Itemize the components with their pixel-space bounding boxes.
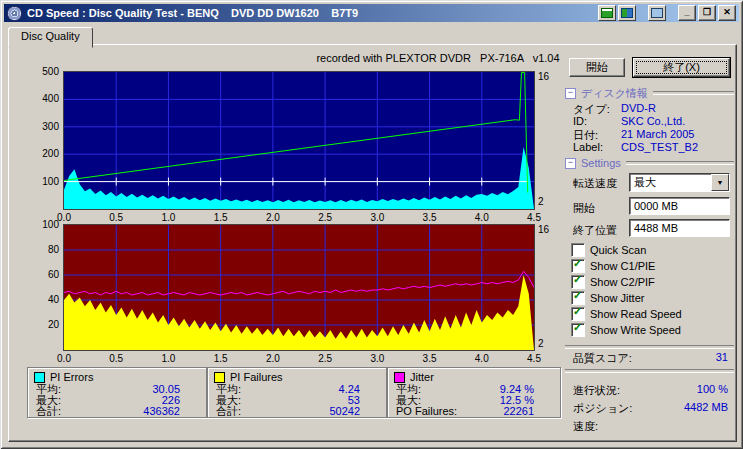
start-position-input[interactable] bbox=[629, 197, 730, 215]
check-icon: ✓ bbox=[573, 305, 582, 318]
checkbox-label: Show Jitter bbox=[590, 292, 644, 304]
quality-score-value: 31 bbox=[716, 351, 728, 363]
stat-value: 436362 bbox=[143, 406, 180, 417]
graph-icon bbox=[601, 8, 613, 18]
row-label: ID: bbox=[573, 115, 587, 127]
titlebar-graph-icon[interactable] bbox=[598, 5, 616, 21]
axis-label: 2.0 bbox=[261, 212, 285, 223]
progress-label: 進行状況: bbox=[573, 384, 620, 396]
divider bbox=[565, 369, 734, 373]
stat-title: Jitter bbox=[410, 371, 434, 383]
axis-label: 4.5 bbox=[522, 212, 546, 223]
checkbox-show-read-speed[interactable]: ✓ Show Read Speed bbox=[571, 307, 682, 321]
row-label: 日付: bbox=[573, 129, 598, 141]
pi-errors-stats: PI Errors 平均:30.05 最大:226 合計:436362 bbox=[27, 367, 207, 418]
chart-plot bbox=[63, 224, 535, 351]
end-position-input[interactable] bbox=[629, 219, 730, 237]
stat-row: PO Failures:22261 bbox=[388, 406, 560, 417]
pi-failures-legend: PI Failures bbox=[208, 368, 386, 384]
titlebar-disc-icon[interactable] bbox=[618, 5, 636, 21]
chevron-down-icon[interactable]: ▼ bbox=[711, 174, 729, 191]
stat-label: PO Failures: bbox=[396, 406, 457, 417]
minimize-icon: _ bbox=[684, 7, 689, 17]
checkbox-label: Show C1/PIE bbox=[590, 260, 655, 272]
axis-label: 3.0 bbox=[365, 212, 389, 223]
axis-label: 0.0 bbox=[52, 212, 76, 223]
checkbox-show-c2-pif[interactable]: ✓ Show C2/PIF bbox=[571, 275, 655, 289]
axis-label: 16 bbox=[538, 71, 549, 82]
jitter-legend: Jitter bbox=[388, 368, 560, 384]
speed-label: 速度: bbox=[573, 420, 598, 432]
stat-value: 22261 bbox=[503, 406, 534, 417]
disc-info-title: ディスク情報 bbox=[581, 86, 648, 101]
row-value: 21 March 2005 bbox=[621, 128, 694, 140]
collapse-icon[interactable]: − bbox=[565, 158, 576, 169]
axis-label: 500 bbox=[31, 66, 59, 77]
checkbox-box[interactable]: ✓ bbox=[571, 243, 585, 257]
axis-label: 3.5 bbox=[418, 353, 442, 364]
stat-row: 合計:50242 bbox=[208, 406, 386, 417]
titlebar-capture-icon[interactable] bbox=[648, 5, 666, 21]
disc-date-row: 日付:21 March 2005 bbox=[573, 128, 734, 141]
checkbox-show-c1-pie[interactable]: ✓ Show C1/PIE bbox=[571, 259, 655, 273]
checkbox-box[interactable]: ✓ bbox=[571, 275, 585, 289]
axis-label: 2 bbox=[538, 196, 544, 207]
pi-failures-swatch bbox=[214, 372, 225, 383]
close-icon: ✕ bbox=[723, 7, 731, 17]
progress-value: 100 % bbox=[697, 383, 728, 395]
row-value: SKC Co.,Ltd. bbox=[621, 115, 685, 127]
axis-label: 100 bbox=[31, 219, 59, 230]
pi-errors-legend: PI Errors bbox=[28, 368, 206, 384]
checkbox-box[interactable]: ✓ bbox=[571, 323, 585, 337]
checkbox-show-jitter[interactable]: ✓ Show Jitter bbox=[571, 291, 644, 305]
axis-label: 2.0 bbox=[261, 353, 285, 364]
row-label: タイプ: bbox=[573, 103, 610, 115]
titlebar[interactable]: CD Speed : Disc Quality Test - BENQ DVD … bbox=[4, 4, 739, 22]
checkbox-box[interactable]: ✓ bbox=[571, 291, 585, 305]
close-button[interactable]: ✕ bbox=[718, 5, 736, 21]
jitter-stats: Jitter 平均:9.24 % 最大:12.5 % PO Failures:2… bbox=[387, 367, 561, 418]
stat-label: 合計: bbox=[216, 406, 241, 417]
jitter-swatch bbox=[394, 372, 405, 383]
section-rule bbox=[653, 91, 734, 95]
axis-label: 300 bbox=[31, 121, 59, 132]
disc-label-row: Label:CDS_TEST_B2 bbox=[573, 141, 734, 154]
checkbox-show-write-speed[interactable]: ✓ Show Write Speed bbox=[571, 323, 681, 337]
checkbox-label: Show Write Speed bbox=[590, 324, 681, 336]
collapse-icon[interactable]: − bbox=[565, 88, 576, 99]
maximize-icon: ❐ bbox=[703, 7, 711, 17]
disc-id-row: ID:SKC Co.,Ltd. bbox=[573, 115, 734, 128]
check-icon: ✓ bbox=[573, 289, 582, 302]
checkbox-quick-scan[interactable]: ✓ Quick Scan bbox=[571, 243, 646, 257]
disc-type-row: タイプ:DVD-R bbox=[573, 102, 734, 115]
disc-info-section-header: − ディスク情報 bbox=[565, 87, 734, 99]
axis-label: 400 bbox=[31, 93, 59, 104]
checkbox-box[interactable]: ✓ bbox=[571, 259, 585, 273]
axis-label: 4.5 bbox=[522, 353, 546, 364]
axis-label: 100 bbox=[31, 176, 59, 187]
disc-icon bbox=[621, 8, 633, 18]
capture-icon bbox=[651, 8, 663, 18]
tab-disc-quality[interactable]: Disc Quality bbox=[8, 27, 93, 48]
axis-label: 0.5 bbox=[104, 353, 128, 364]
position-label: ポジション: bbox=[573, 402, 632, 414]
maximize-button[interactable]: ❐ bbox=[698, 5, 716, 21]
axis-label: 200 bbox=[31, 148, 59, 159]
settings-section-header: − Settings bbox=[565, 157, 734, 169]
stat-label: 合計: bbox=[36, 406, 61, 417]
transfer-speed-select[interactable]: 最大 ▼ bbox=[629, 173, 730, 192]
start-button[interactable]: 開始 bbox=[569, 58, 625, 77]
exit-button[interactable]: 終了(X) bbox=[633, 58, 730, 77]
position-row: ポジション: 4482 MB bbox=[573, 401, 732, 414]
section-rule bbox=[626, 161, 734, 165]
checkbox-box[interactable]: ✓ bbox=[571, 307, 585, 321]
axis-label: 0.0 bbox=[52, 353, 76, 364]
minimize-button[interactable]: _ bbox=[678, 5, 696, 21]
axis-label: 40 bbox=[31, 294, 59, 305]
axis-label: 2 bbox=[538, 338, 544, 349]
transfer-speed-label: 転送速度 bbox=[573, 176, 617, 191]
axis-label: 16 bbox=[538, 224, 549, 235]
axis-label: 3.0 bbox=[365, 353, 389, 364]
quality-score-label: 品質スコア: bbox=[573, 352, 632, 364]
axis-label: 4.0 bbox=[470, 212, 494, 223]
